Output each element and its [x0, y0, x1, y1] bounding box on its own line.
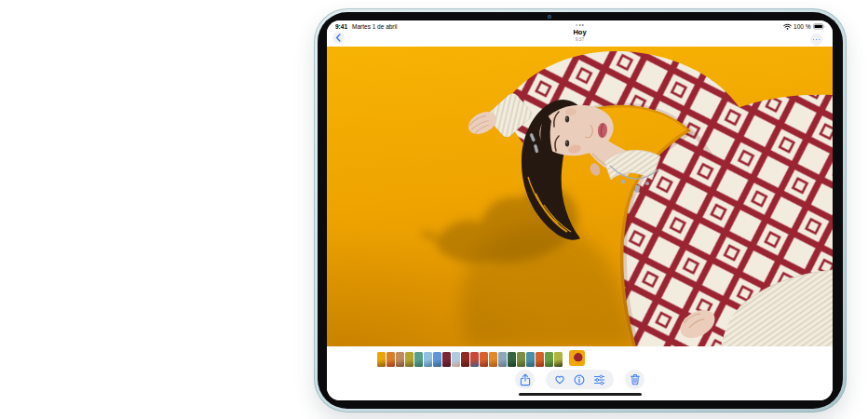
thumbnail[interactable]: [396, 352, 404, 367]
thumbnail[interactable]: [461, 352, 469, 367]
thumbnail[interactable]: [433, 352, 441, 367]
ipad-device: 9:41 Martes 1 de abril 100 %: [314, 8, 847, 412]
thumbnail[interactable]: [470, 352, 479, 367]
thumbnail[interactable]: [442, 352, 451, 367]
thumbnail[interactable]: [424, 352, 432, 367]
thumbnail[interactable]: [377, 352, 386, 367]
front-camera: [548, 15, 551, 19]
thumbnail[interactable]: [452, 352, 460, 367]
footer-bar: [327, 346, 833, 400]
page-title: Hoy: [327, 29, 833, 36]
page-subtitle: 9:37: [327, 37, 833, 42]
thumbnail[interactable]: [498, 352, 507, 367]
favorite-icon[interactable]: [554, 374, 565, 385]
share-button[interactable]: [515, 370, 535, 389]
thumbnail[interactable]: [554, 352, 563, 367]
thumbnail[interactable]: [526, 352, 535, 367]
photo-viewer[interactable]: [327, 47, 833, 346]
info-icon[interactable]: [574, 374, 585, 385]
header-bar: 9:41 Martes 1 de abril 100 %: [327, 20, 833, 47]
thumbnail[interactable]: [387, 352, 395, 367]
delete-button[interactable]: [625, 370, 644, 389]
trash-icon: [630, 373, 641, 385]
actions-pill: [546, 370, 614, 389]
thumbnail[interactable]: [517, 352, 525, 367]
selected-thumbnail[interactable]: [569, 350, 585, 366]
toolbar: [327, 370, 833, 389]
thumbnail[interactable]: [489, 352, 497, 367]
photo-illustration: [327, 47, 833, 346]
thumbnail[interactable]: [536, 352, 544, 367]
home-indicator[interactable]: [519, 393, 642, 396]
page-background: 9:41 Martes 1 de abril 100 %: [0, 0, 868, 419]
multitasking-indicator[interactable]: [576, 24, 584, 26]
share-icon: [520, 373, 531, 386]
thumbnail[interactable]: [545, 352, 553, 367]
adjust-icon[interactable]: [593, 374, 605, 385]
thumbnail[interactable]: [414, 352, 423, 367]
thumbnail[interactable]: [405, 352, 414, 367]
thumbnail[interactable]: [480, 352, 488, 367]
nav-title-block: Hoy 9:37: [327, 29, 833, 42]
more-options-button[interactable]: [810, 34, 822, 46]
thumbnail[interactable]: [508, 352, 516, 367]
thumbnail-strip: [377, 351, 563, 367]
ipad-bezel: 9:41 Martes 1 de abril 100 %: [318, 12, 843, 409]
screen: 9:41 Martes 1 de abril 100 %: [327, 20, 833, 400]
